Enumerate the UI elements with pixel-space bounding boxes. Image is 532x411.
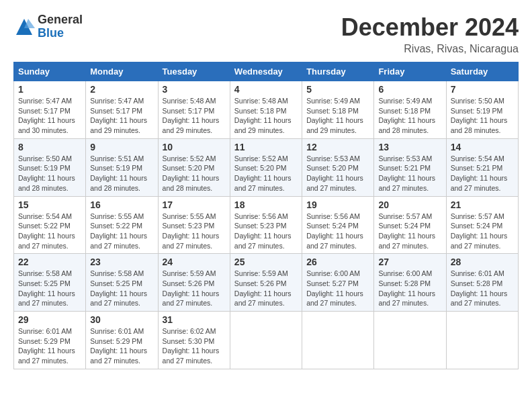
calendar-empty-cell (374, 312, 446, 369)
location: Rivas, Rivas, Nicaragua (341, 43, 519, 55)
day-info: Sunrise: 5:52 AM Sunset: 5:20 PM Dayligh… (163, 154, 226, 193)
calendar-day-cell: 15Sunrise: 5:54 AM Sunset: 5:22 PM Dayli… (14, 196, 86, 254)
day-number: 25 (234, 257, 298, 267)
calendar-day-cell: 9Sunrise: 5:51 AM Sunset: 5:19 PM Daylig… (86, 138, 158, 196)
calendar-week-row: 1Sunrise: 5:47 AM Sunset: 5:17 PM Daylig… (14, 81, 519, 139)
calendar-day-cell: 18Sunrise: 5:56 AM Sunset: 5:23 PM Dayli… (230, 196, 302, 254)
calendar-week-row: 8Sunrise: 5:50 AM Sunset: 5:19 PM Daylig… (14, 138, 519, 196)
title-block: December 2024 Rivas, Rivas, Nicaragua (341, 13, 519, 55)
calendar-header-sunday: Sunday (14, 62, 86, 81)
day-info: Sunrise: 5:55 AM Sunset: 5:23 PM Dayligh… (163, 212, 226, 251)
calendar-day-cell: 1Sunrise: 5:47 AM Sunset: 5:17 PM Daylig… (14, 81, 86, 139)
day-number: 2 (90, 84, 153, 95)
calendar-header-monday: Monday (86, 62, 158, 81)
calendar-header-friday: Friday (374, 62, 446, 81)
day-number: 16 (90, 199, 153, 210)
day-number: 10 (163, 142, 226, 152)
day-number: 7 (451, 84, 514, 95)
day-number: 31 (163, 314, 226, 325)
day-number: 18 (234, 199, 298, 210)
day-number: 29 (18, 314, 81, 325)
calendar-empty-cell (302, 312, 374, 369)
page-header: General Blue December 2024 Rivas, Rivas,… (13, 13, 519, 55)
calendar-table: SundayMondayTuesdayWednesdayThursdayFrid… (13, 62, 519, 369)
day-info: Sunrise: 5:54 AM Sunset: 5:21 PM Dayligh… (451, 154, 514, 193)
day-number: 5 (306, 84, 369, 95)
logo-blue-text: Blue (38, 27, 83, 40)
day-info: Sunrise: 5:48 AM Sunset: 5:18 PM Dayligh… (234, 96, 298, 136)
calendar-day-cell: 10Sunrise: 5:52 AM Sunset: 5:20 PM Dayli… (158, 138, 230, 196)
day-info: Sunrise: 5:59 AM Sunset: 5:26 PM Dayligh… (234, 269, 298, 308)
day-info: Sunrise: 6:00 AM Sunset: 5:28 PM Dayligh… (378, 269, 441, 308)
calendar-day-cell: 27Sunrise: 6:00 AM Sunset: 5:28 PM Dayli… (374, 254, 446, 312)
day-info: Sunrise: 5:51 AM Sunset: 5:19 PM Dayligh… (90, 154, 153, 193)
calendar-day-cell: 21Sunrise: 5:57 AM Sunset: 5:24 PM Dayli… (446, 196, 518, 254)
calendar-day-cell: 16Sunrise: 5:55 AM Sunset: 5:22 PM Dayli… (86, 196, 158, 254)
day-number: 4 (234, 84, 298, 95)
calendar-day-cell: 31Sunrise: 6:02 AM Sunset: 5:30 PM Dayli… (158, 312, 230, 369)
calendar-header-row: SundayMondayTuesdayWednesdayThursdayFrid… (14, 62, 519, 81)
calendar-empty-cell (230, 312, 302, 369)
day-info: Sunrise: 5:58 AM Sunset: 5:25 PM Dayligh… (90, 269, 153, 308)
logo: General Blue (13, 13, 83, 40)
calendar-week-row: 15Sunrise: 5:54 AM Sunset: 5:22 PM Dayli… (14, 196, 519, 254)
calendar-day-cell: 22Sunrise: 5:58 AM Sunset: 5:25 PM Dayli… (14, 254, 86, 312)
calendar-day-cell: 12Sunrise: 5:53 AM Sunset: 5:20 PM Dayli… (302, 138, 374, 196)
day-info: Sunrise: 5:49 AM Sunset: 5:18 PM Dayligh… (378, 96, 441, 136)
calendar-day-cell: 4Sunrise: 5:48 AM Sunset: 5:18 PM Daylig… (230, 81, 302, 139)
calendar-day-cell: 24Sunrise: 5:59 AM Sunset: 5:26 PM Dayli… (158, 254, 230, 312)
calendar-day-cell: 7Sunrise: 5:50 AM Sunset: 5:19 PM Daylig… (446, 81, 518, 139)
day-info: Sunrise: 6:02 AM Sunset: 5:30 PM Dayligh… (163, 326, 226, 366)
day-info: Sunrise: 5:56 AM Sunset: 5:23 PM Dayligh… (234, 212, 298, 251)
calendar-day-cell: 23Sunrise: 5:58 AM Sunset: 5:25 PM Dayli… (86, 254, 158, 312)
day-info: Sunrise: 5:52 AM Sunset: 5:20 PM Dayligh… (234, 154, 298, 193)
calendar-day-cell: 20Sunrise: 5:57 AM Sunset: 5:24 PM Dayli… (374, 196, 446, 254)
month-title: December 2024 (341, 13, 519, 42)
day-info: Sunrise: 5:48 AM Sunset: 5:17 PM Dayligh… (163, 96, 226, 136)
day-info: Sunrise: 6:01 AM Sunset: 5:29 PM Dayligh… (90, 326, 153, 366)
day-number: 30 (90, 314, 153, 325)
logo-icon (13, 16, 35, 38)
logo-general-text: General (38, 13, 83, 27)
day-number: 19 (306, 199, 369, 210)
calendar-day-cell: 8Sunrise: 5:50 AM Sunset: 5:19 PM Daylig… (14, 138, 86, 196)
day-number: 24 (163, 257, 226, 267)
day-number: 22 (18, 257, 81, 267)
calendar-day-cell: 11Sunrise: 5:52 AM Sunset: 5:20 PM Dayli… (230, 138, 302, 196)
day-info: Sunrise: 5:49 AM Sunset: 5:18 PM Dayligh… (306, 96, 369, 136)
day-number: 27 (378, 257, 441, 267)
day-number: 6 (378, 84, 441, 95)
day-number: 23 (90, 257, 153, 267)
day-info: Sunrise: 5:57 AM Sunset: 5:24 PM Dayligh… (451, 212, 514, 251)
calendar-day-cell: 19Sunrise: 5:56 AM Sunset: 5:24 PM Dayli… (302, 196, 374, 254)
day-info: Sunrise: 5:53 AM Sunset: 5:20 PM Dayligh… (306, 154, 369, 193)
calendar-day-cell: 2Sunrise: 5:47 AM Sunset: 5:17 PM Daylig… (86, 81, 158, 139)
calendar-empty-cell (446, 312, 518, 369)
day-number: 28 (451, 257, 514, 267)
day-info: Sunrise: 5:54 AM Sunset: 5:22 PM Dayligh… (18, 212, 81, 251)
calendar-day-cell: 26Sunrise: 6:00 AM Sunset: 5:27 PM Dayli… (302, 254, 374, 312)
day-number: 26 (306, 257, 369, 267)
calendar-day-cell: 5Sunrise: 5:49 AM Sunset: 5:18 PM Daylig… (302, 81, 374, 139)
day-info: Sunrise: 5:53 AM Sunset: 5:21 PM Dayligh… (378, 154, 441, 193)
calendar-day-cell: 29Sunrise: 6:01 AM Sunset: 5:29 PM Dayli… (14, 312, 86, 369)
calendar-day-cell: 6Sunrise: 5:49 AM Sunset: 5:18 PM Daylig… (374, 81, 446, 139)
day-number: 14 (451, 142, 514, 152)
calendar-week-row: 29Sunrise: 6:01 AM Sunset: 5:29 PM Dayli… (14, 312, 519, 369)
day-info: Sunrise: 5:56 AM Sunset: 5:24 PM Dayligh… (306, 212, 369, 251)
day-info: Sunrise: 5:47 AM Sunset: 5:17 PM Dayligh… (90, 96, 153, 136)
day-number: 1 (18, 84, 81, 95)
day-number: 12 (306, 142, 369, 152)
day-number: 20 (378, 199, 441, 210)
calendar-day-cell: 28Sunrise: 6:01 AM Sunset: 5:28 PM Dayli… (446, 254, 518, 312)
day-number: 15 (18, 199, 81, 210)
day-info: Sunrise: 6:01 AM Sunset: 5:28 PM Dayligh… (451, 269, 514, 308)
calendar-day-cell: 25Sunrise: 5:59 AM Sunset: 5:26 PM Dayli… (230, 254, 302, 312)
calendar-day-cell: 14Sunrise: 5:54 AM Sunset: 5:21 PM Dayli… (446, 138, 518, 196)
day-number: 9 (90, 142, 153, 152)
calendar-header-tuesday: Tuesday (158, 62, 230, 81)
day-info: Sunrise: 5:57 AM Sunset: 5:24 PM Dayligh… (378, 212, 441, 251)
calendar-day-cell: 13Sunrise: 5:53 AM Sunset: 5:21 PM Dayli… (374, 138, 446, 196)
day-number: 8 (18, 142, 81, 152)
day-number: 11 (234, 142, 298, 152)
